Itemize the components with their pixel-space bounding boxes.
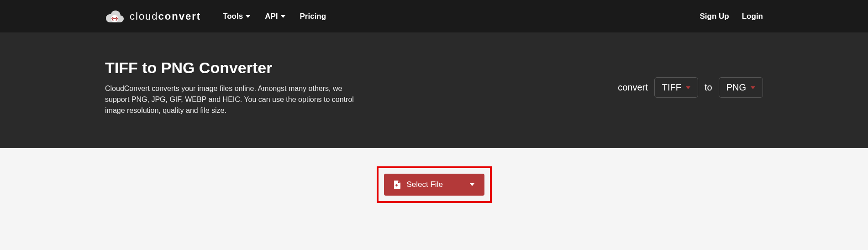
convert-label: convert [618, 82, 648, 93]
nav-login-label: Login [742, 12, 763, 21]
nav-menu: Tools API Pricing [223, 12, 326, 21]
chevron-down-icon [281, 15, 285, 18]
page-description: CloudConvert converts your image files o… [105, 83, 361, 116]
hero-text: TIFF to PNG Converter CloudConvert conve… [105, 59, 361, 116]
file-plus-icon [394, 181, 400, 189]
chevron-down-icon [246, 15, 250, 18]
nav-tools[interactable]: Tools [223, 12, 250, 21]
nav-pricing[interactable]: Pricing [300, 12, 326, 21]
page-title: TIFF to PNG Converter [105, 59, 361, 77]
cloud-icon [105, 9, 124, 24]
chevron-down-icon [470, 183, 474, 186]
nav-signup-label: Sign Up [700, 12, 729, 21]
select-file-label: Select File [407, 180, 443, 189]
from-format-select[interactable]: TIFF [654, 77, 698, 98]
nav-signup[interactable]: Sign Up [700, 12, 729, 21]
main-area: Select File [0, 148, 868, 221]
header: cloudconvert Tools API Pricing Sign Up L… [0, 0, 868, 32]
chevron-down-icon [751, 86, 755, 89]
to-format-select[interactable]: PNG [719, 77, 763, 98]
to-label: to [705, 82, 712, 93]
nav-tools-label: Tools [223, 12, 243, 21]
nav-api[interactable]: API [265, 12, 285, 21]
logo[interactable]: cloudconvert [105, 9, 201, 24]
nav-pricing-label: Pricing [300, 12, 326, 21]
nav-login[interactable]: Login [742, 12, 763, 21]
nav-right: Sign Up Login [700, 12, 763, 21]
select-file-button[interactable]: Select File [384, 174, 484, 196]
from-format-value: TIFF [662, 82, 681, 93]
nav-api-label: API [265, 12, 278, 21]
to-format-value: PNG [726, 82, 746, 93]
hero-section: TIFF to PNG Converter CloudConvert conve… [0, 32, 868, 148]
chevron-down-icon [686, 86, 690, 89]
convert-controls: convert TIFF to PNG [618, 77, 763, 98]
brand-name: cloudconvert [130, 11, 201, 22]
select-file-highlight: Select File [377, 166, 492, 203]
